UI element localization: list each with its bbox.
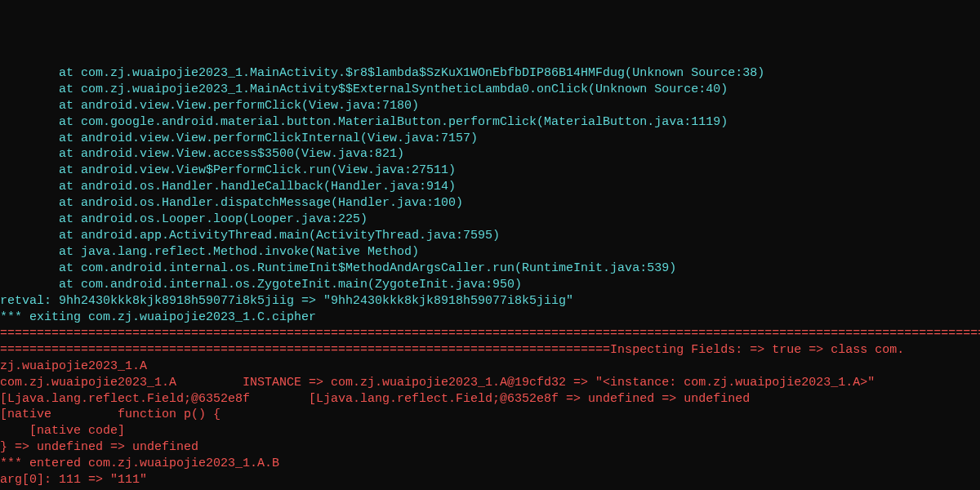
terminal-line: *** entered com.zj.wuaipojie2023_1.A.B [0,456,980,472]
terminal-line: at com.google.android.material.button.Ma… [0,114,980,131]
terminal-line: at android.view.View$PerformClick.run(Vi… [0,163,980,179]
terminal-line: at com.android.internal.os.ZygoteInit.ma… [0,277,980,293]
terminal-line: retval: 9hh2430kkk8kjk8918h59077i8k5jiig… [0,293,980,310]
terminal-line: at com.zj.wuaipojie2023_1.MainActivity$$… [0,82,980,98]
terminal-line: at com.zj.wuaipojie2023_1.MainActivity.$… [0,65,980,82]
terminal-line: [native code] [0,423,980,439]
terminal-line: } => undefined => undefined [0,439,980,456]
terminal-line: ========================================… [0,326,980,342]
terminal-line: com.zj.wuaipojie2023_1.A INSTANCE => com… [0,375,980,391]
terminal-line: at android.view.View.access$3500(View.ja… [0,146,980,163]
terminal-line: at android.app.ActivityThread.main(Activ… [0,228,980,244]
terminal-line: at android.os.Looper.loop(Looper.java:22… [0,212,980,228]
terminal-line: at java.lang.reflect.Method.invoke(Nativ… [0,244,980,261]
terminal-line: [native function p() { [0,407,980,423]
terminal-line: at com.android.internal.os.RuntimeInit$M… [0,261,980,277]
terminal-line: at android.os.Handler.dispatchMessage(Ha… [0,195,980,212]
terminal-line: zj.wuaipojie2023_1.A [0,359,980,375]
terminal-line: *** exiting com.zj.wuaipojie2023_1.C.cip… [0,310,980,326]
terminal-line: ========================================… [0,342,980,359]
terminal-line: at android.os.Handler.handleCallback(Han… [0,179,980,195]
terminal-line: [Ljava.lang.reflect.Field;@6352e8f [Ljav… [0,391,980,408]
terminal-line: arg[0]: 111 => "111" [0,472,980,488]
terminal-line: at android.view.View.performClick(View.j… [0,98,980,114]
terminal-line: at android.view.View.performClickInterna… [0,131,980,147]
terminal-output[interactable]: at com.zj.wuaipojie2023_1.MainActivity.$… [0,65,980,490]
